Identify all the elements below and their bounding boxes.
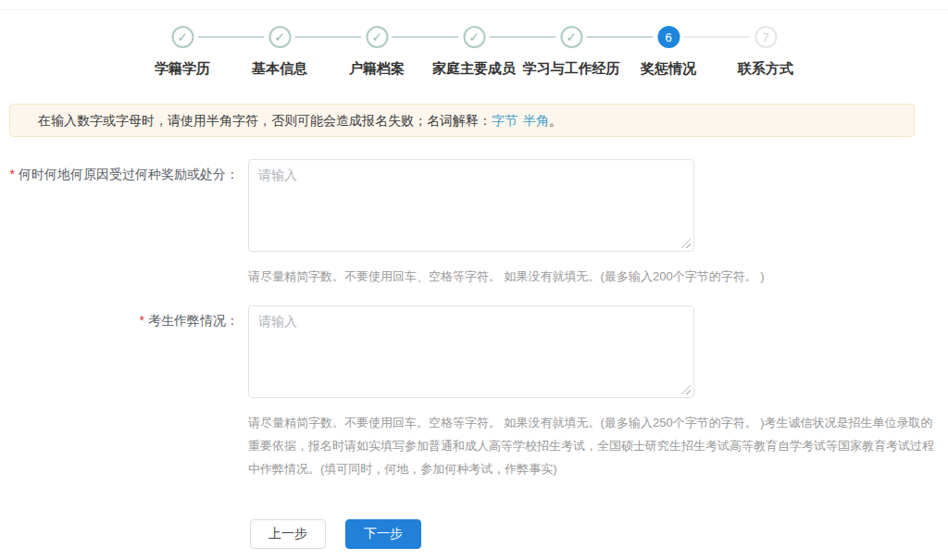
step-label: 联系方式 bbox=[717, 60, 815, 78]
step-study-work-experience[interactable]: ✓ 学习与工作经历 bbox=[523, 26, 620, 78]
step-label: 奖惩情况 bbox=[620, 60, 717, 78]
cheating-record-label: *考生作弊情况： bbox=[0, 311, 239, 330]
cheating-record-input[interactable] bbox=[249, 306, 693, 397]
cheating-record-help: 请尽量精简字数。不要使用回车。空格等字符。 如果没有就填无。(最多输入250个字… bbox=[248, 411, 941, 480]
step-circle: 6 bbox=[657, 26, 680, 48]
halfwidth-character-notice: 在输入数字或字母时，请使用半角字符，否则可能会造成报名失败；名词解释：字节半角。 bbox=[9, 104, 915, 137]
notice-text-end: 。 bbox=[549, 113, 562, 128]
step-family-members[interactable]: ✓ 家庭主要成员 bbox=[426, 26, 523, 78]
cheating-record-textarea-box bbox=[248, 305, 694, 398]
check-icon: ✓ bbox=[468, 30, 480, 44]
check-icon: ✓ bbox=[177, 30, 188, 44]
required-asterisk: * bbox=[10, 167, 15, 181]
notice-text: 在输入数字或字母时，请使用半角字符，否则可能会造成报名失败；名词解释： bbox=[38, 113, 492, 128]
step-circle: ✓ bbox=[171, 26, 193, 48]
rewards-punishments-label: *何时何地何原因受过何种奖励或处分： bbox=[0, 165, 239, 183]
step-label: 基本信息 bbox=[231, 60, 329, 78]
step-circle: ✓ bbox=[268, 26, 291, 48]
cheating-record-label-text: 考生作弊情况： bbox=[148, 313, 239, 328]
step-label: 家庭主要成员 bbox=[426, 60, 523, 78]
check-icon: ✓ bbox=[566, 30, 577, 44]
step-progress-bar: ✓ 学籍学历 ✓ 基本信息 ✓ 户籍档案 ✓ 家庭主要成员 ✓ 学习与工作经历 … bbox=[134, 26, 815, 78]
step-rewards-punishments-current[interactable]: 6 奖惩情况 bbox=[620, 26, 717, 78]
glossary-link-halfwidth[interactable]: 半角 bbox=[523, 113, 549, 128]
step-basic-info[interactable]: ✓ 基本信息 bbox=[231, 26, 329, 78]
step-circle: ✓ bbox=[366, 26, 388, 48]
step-number: 7 bbox=[762, 31, 768, 44]
next-step-button[interactable]: 下一步 bbox=[345, 519, 421, 549]
step-household-archive[interactable]: ✓ 户籍档案 bbox=[329, 26, 426, 78]
glossary-link-byte[interactable]: 字节 bbox=[492, 113, 518, 128]
rewards-punishments-textarea-box bbox=[248, 159, 694, 252]
step-circle: 7 bbox=[755, 26, 777, 48]
step-circle: ✓ bbox=[560, 26, 582, 48]
step-label: 户籍档案 bbox=[329, 60, 426, 78]
step-label: 学习与工作经历 bbox=[523, 60, 620, 78]
top-divider bbox=[0, 9, 948, 10]
check-icon: ✓ bbox=[371, 30, 382, 44]
rewards-punishments-help: 请尽量精简字数。不要使用回车、空格等字符。 如果没有就填无。(最多输入200个字… bbox=[248, 265, 941, 288]
check-icon: ✓ bbox=[274, 30, 285, 44]
step-label: 学籍学历 bbox=[134, 60, 231, 78]
rewards-punishments-input[interactable] bbox=[249, 160, 693, 251]
required-asterisk: * bbox=[140, 313, 144, 328]
step-number: 6 bbox=[665, 31, 671, 44]
step-circle: ✓ bbox=[463, 26, 485, 48]
registration-form-page: ✓ 学籍学历 ✓ 基本信息 ✓ 户籍档案 ✓ 家庭主要成员 ✓ 学习与工作经历 … bbox=[0, 0, 948, 560]
previous-step-button[interactable]: 上一步 bbox=[250, 519, 326, 549]
step-contact-info[interactable]: 7 联系方式 bbox=[717, 26, 815, 78]
step-student-status[interactable]: ✓ 学籍学历 bbox=[134, 26, 231, 78]
rewards-punishments-label-text: 何时何地何原因受过何种奖励或处分： bbox=[19, 167, 239, 181]
form-navigation: 上一步 下一步 bbox=[250, 519, 421, 549]
